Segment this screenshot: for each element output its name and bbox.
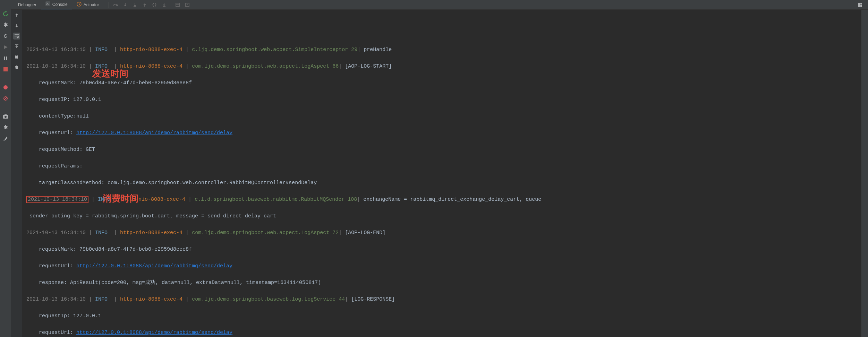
log-thread: http-nio-8088-exec-4 — [123, 197, 185, 202]
tab-label: Console — [52, 2, 68, 7]
console-gutter — [11, 10, 22, 337]
step-out-icon[interactable] — [141, 1, 148, 9]
tab-actuator[interactable]: Actuator — [73, 0, 103, 9]
log-ts: 2021-10-13 16:34:10 — [26, 296, 86, 302]
run-icon[interactable] — [2, 44, 9, 51]
log-level: INFO — [98, 197, 110, 202]
force-step-into-icon[interactable] — [131, 1, 139, 9]
log-detail: requestUrl: — [26, 330, 76, 336]
down-icon[interactable] — [13, 22, 20, 29]
svg-rect-17 — [860, 5, 862, 7]
log-class: com.ljq.demo.springboot.web.acpect.LogAs… — [192, 230, 329, 236]
log-line-num: 44 — [339, 296, 345, 302]
step-into-icon[interactable] — [121, 1, 129, 9]
log-level: INFO — [95, 296, 108, 302]
log-detail: requestMark: 79b0cd84-a8e7-4f7d-beb0-e29… — [26, 247, 192, 252]
log-ts: 2021-10-13 16:34:10 — [28, 197, 87, 202]
svg-rect-0 — [3, 67, 8, 71]
actuator-icon — [77, 2, 82, 8]
layout-icon[interactable] — [856, 1, 864, 9]
log-ts: 2021-10-13 16:34:10 — [26, 63, 86, 69]
log-detail: response: ApiResult(code=200, msg=成功, da… — [26, 280, 321, 286]
log-line-num: 72 — [332, 230, 339, 236]
scroll-end-icon[interactable] — [13, 43, 20, 50]
svg-rect-10 — [176, 3, 179, 7]
trace-icon[interactable] — [184, 1, 191, 9]
drop-frame-icon[interactable] — [151, 1, 158, 9]
log-thread: http-nio-8088-exec-4 — [120, 296, 182, 302]
log-msg: preHandle — [364, 47, 392, 53]
log-level: INFO — [95, 63, 108, 69]
tool-icon[interactable] — [2, 21, 9, 28]
tab-label: Debugger — [18, 2, 36, 7]
up-icon[interactable] — [13, 12, 20, 19]
log-line-num: 108 — [348, 197, 357, 202]
log-detail: contentType:null — [26, 113, 89, 119]
mute-icon[interactable] — [2, 95, 9, 102]
svg-rect-15 — [858, 3, 860, 7]
breakpoint-icon[interactable] — [2, 84, 9, 91]
log-line-num: 29 — [351, 47, 357, 53]
console-output[interactable]: 发送时间 消费时间 2021-10-13 16:34:10 | INFO | h… — [22, 10, 861, 337]
tab-console[interactable]: Console — [41, 0, 72, 9]
log-level: INFO — [95, 230, 108, 236]
stop-icon[interactable] — [2, 66, 9, 73]
log-line-num: 66 — [332, 63, 339, 69]
log-msg: exchangeName = rabbitmq_direct_exchange_… — [363, 197, 541, 202]
log-level: INFO — [95, 47, 108, 53]
log-url[interactable]: http://127.0.0.1:8088/api/demo/rabbitmq/… — [76, 263, 232, 269]
pin-icon[interactable] — [2, 135, 9, 142]
reload-icon[interactable] — [2, 33, 9, 40]
log-detail: requestUrl: — [26, 130, 76, 136]
log-msg-cont: sender outing key = rabbitmq.spring.boot… — [26, 213, 276, 219]
right-gutter — [861, 10, 868, 337]
svg-rect-6 — [5, 114, 7, 115]
run-to-cursor-icon[interactable] — [160, 1, 168, 9]
log-msg: [AOP-LOG-START] — [345, 63, 392, 69]
evaluate-icon[interactable] — [174, 1, 181, 9]
settings-icon[interactable] — [2, 124, 9, 131]
print-icon[interactable] — [13, 53, 20, 60]
log-class: c.l.d.springboot.baseweb.rabbitmq.Rabbit… — [195, 197, 344, 202]
separator — [171, 2, 171, 8]
log-detail: requestMethod: GET — [26, 147, 95, 153]
svg-point-1 — [3, 85, 8, 89]
soft-wrap-icon[interactable] — [13, 33, 20, 40]
log-detail: requestUrl: — [26, 263, 76, 269]
clear-icon[interactable] — [13, 64, 20, 71]
rerun-icon[interactable] — [2, 10, 9, 17]
log-url[interactable]: http://127.0.0.1:8088/api/demo/rabbitmq/… — [76, 130, 232, 136]
svg-point-5 — [5, 116, 7, 118]
camera-icon[interactable] — [2, 113, 9, 120]
log-detail: requestIP: 127.0.0.1 — [26, 97, 101, 103]
pause-icon[interactable] — [2, 55, 9, 62]
log-detail: targetClassAndMethod: com.ljq.demo.sprin… — [26, 180, 317, 186]
log-thread: http-nio-8088-exec-4 — [120, 47, 182, 53]
svg-rect-16 — [860, 3, 862, 5]
separator — [109, 2, 109, 8]
console-icon — [45, 1, 50, 7]
left-tool-sidebar — [0, 0, 11, 337]
log-thread: http-nio-8088-exec-4 — [120, 230, 182, 236]
debug-tabs-bar: Debugger Console Actuator — [11, 0, 868, 10]
log-class: c.ljq.demo.springboot.web.acpect.SimpleI… — [192, 47, 348, 53]
log-url[interactable]: http://127.0.0.1:8088/api/demo/rabbitmq/… — [76, 330, 232, 336]
log-ts: 2021-10-13 16:34:10 — [26, 230, 86, 236]
log-class: com.ljq.demo.springboot.baseweb.log.LogS… — [192, 296, 335, 302]
log-detail: requestIp: 127.0.0.1 — [26, 313, 101, 319]
log-class: com.ljq.demo.springboot.web.acpect.LogAs… — [192, 63, 329, 69]
log-detail: requestParams: — [26, 163, 83, 169]
step-over-icon[interactable] — [112, 1, 119, 9]
log-ts: 2021-10-13 16:34:10 — [26, 47, 86, 53]
log-thread: http-nio-8088-exec-4 — [120, 63, 182, 69]
svg-rect-20 — [16, 58, 18, 59]
send-time-highlight: 2021-10-13 16:34:10 — [26, 196, 88, 203]
tab-debugger[interactable]: Debugger — [14, 1, 41, 9]
svg-rect-19 — [16, 55, 18, 56]
log-msg: [LOG-RESPONSE] — [351, 296, 395, 302]
log-msg: [AOP-LOG-END] — [345, 230, 385, 236]
log-detail: requestMark: 79b0cd84-a8e7-4f7d-beb0-e29… — [26, 80, 192, 86]
tab-label: Actuator — [84, 2, 99, 7]
